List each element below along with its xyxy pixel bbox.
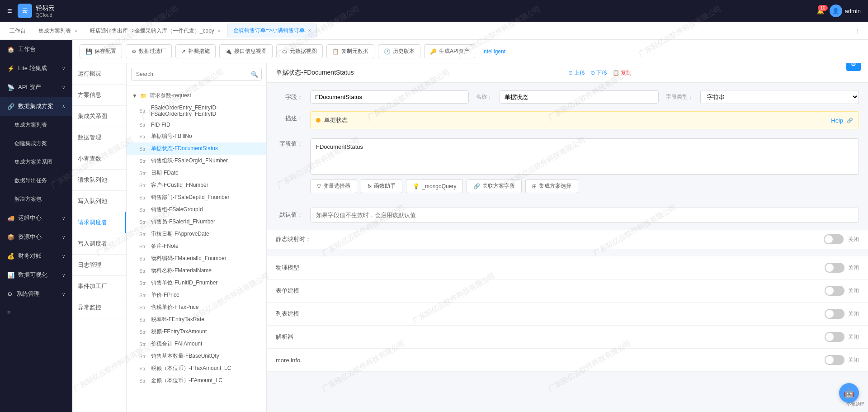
close-icon[interactable]: × [218, 28, 221, 33]
notification-button[interactable]: 🔔 10 [817, 8, 824, 14]
nav-query[interactable]: 小青查数 [72, 148, 126, 170]
func-button[interactable]: fx 函数助手 [361, 179, 402, 193]
more-info-section[interactable]: more info 关闭 [267, 349, 868, 372]
nav-data-manage[interactable]: 数据管理 [72, 127, 126, 148]
list-model-toggle[interactable] [825, 309, 844, 319]
more-info-toggle[interactable] [825, 355, 844, 365]
nav-request-queue[interactable]: 请求队列池 [72, 170, 126, 191]
patch-button[interactable]: ↗ 补漏措施 [175, 44, 216, 58]
copy-meta-button[interactable]: 📋 复制元数据 [326, 44, 374, 58]
sidebar-item-lite[interactable]: ⚡ Lite 轻集成 ∨ [0, 59, 72, 78]
edit-icon[interactable]: 🔗 [847, 118, 853, 123]
tree-item[interactable]: Str 客户-FCustId_FNumber [127, 179, 266, 191]
default-value-input[interactable] [310, 208, 859, 223]
tree-item[interactable]: Str 税额（本位币）-FTaxAmount_LC [127, 362, 266, 374]
close-icon[interactable]: × [308, 28, 311, 33]
list-model-section[interactable]: 列表建模 关闭 [267, 303, 868, 326]
nav-event-factory[interactable]: 事件加工厂 [72, 276, 126, 297]
tab-wangdian[interactable]: 旺店通销售出库-->金蝶采购入库（一件代发）_copy × [84, 24, 226, 38]
tree-item[interactable]: Str 销售单位-FUnitID_Fnumber [127, 277, 266, 289]
nav-write-queue[interactable]: 写入队列池 [72, 191, 126, 212]
tree-item[interactable]: Str 含税单价-FTaxPrice [127, 301, 266, 313]
tree-item[interactable]: Str 价税合计-FAllAmount [127, 338, 266, 350]
static-map-toggle[interactable] [824, 234, 844, 244]
nav-request-scheduler[interactable]: 请求调度者 [72, 212, 126, 233]
tree-item[interactable]: Str 单据编号-FBillNo [127, 130, 266, 142]
api-gen-button[interactable]: 🔑 生成API资产 [424, 44, 475, 58]
tree-item[interactable]: Str 单价-FPrice [127, 289, 266, 301]
sidebar-item-solution-list[interactable]: 集成方案列表 [0, 116, 72, 134]
field-input[interactable] [310, 90, 469, 104]
tab-workspace[interactable]: 工作台 [4, 24, 32, 38]
relate-button[interactable]: 🔗 关联方案字段 [467, 179, 522, 193]
tree-item[interactable]: Str 销售基本数量-FBaseUnitQty [127, 350, 266, 362]
chatbot-button[interactable]: 🤖 [839, 383, 859, 403]
sidebar-item-solution-pack[interactable]: 解决方案包 [0, 190, 72, 208]
sidebar-item-api[interactable]: 📡 API 资产 ∨ [0, 78, 72, 97]
tab-jinsale[interactable]: 金蝶销售订单=>小满销售订单 × [227, 24, 317, 38]
nav-integration-graph[interactable]: 集成关系图 [72, 106, 126, 127]
hamburger-icon[interactable]: ≡ [7, 6, 12, 16]
tree-item[interactable]: Str 税额-FEntryTaxAmount [127, 326, 266, 338]
form-model-section[interactable]: 表单建模 关闭 [267, 279, 868, 303]
nav-log-manage[interactable]: 日志管理 [72, 255, 126, 276]
search-input[interactable] [131, 68, 262, 81]
copy-field-button[interactable]: 📋 复制 [613, 69, 632, 77]
user-menu[interactable]: 👤 admin [830, 5, 861, 17]
name-input[interactable] [500, 90, 658, 104]
tree-item[interactable]: Str FID-FID [127, 119, 266, 130]
type-select[interactable]: 字符串 数字 布尔值 日期 [700, 90, 859, 104]
tree-item[interactable]: Str 金额（本位币）-FAmount_LC [127, 374, 266, 387]
nav-write-scheduler[interactable]: 写入调度者 [72, 233, 126, 255]
tree-item[interactable]: Str 物料编码-FMaterialId_Fnumber [127, 252, 266, 265]
tree-item[interactable]: Str 日期-FDate [127, 167, 266, 179]
collect-button[interactable]: ⊞ 集成方案选择 [525, 179, 578, 193]
sidebar-item-ops[interactable]: 🚚 运维中心 ∨ [0, 208, 72, 227]
tree-item[interactable]: Str 销售组-FSaleGroupId [127, 204, 266, 216]
interface-view-button[interactable]: 🔌 接口信息视图 [219, 44, 273, 58]
nav-error-monitor[interactable]: 异常监控 [72, 297, 126, 318]
physical-model-section[interactable]: 物理模型 关闭 [267, 256, 868, 279]
intelligent-button[interactable]: intelligent [482, 48, 505, 55]
tree-item[interactable]: Str 审核日期-FApproveDate [127, 228, 266, 240]
parser-toggle[interactable] [825, 332, 844, 342]
data-filter-button[interactable]: ⚙ 数据过滤厂 [126, 44, 172, 58]
save-config-button[interactable]: 💾 保存配置 [80, 44, 122, 58]
sidebar-item-finance[interactable]: 💰 财务对账 ∨ [0, 246, 72, 265]
nav-run-overview[interactable]: 运行概况 [72, 63, 126, 85]
tree-item[interactable]: Str 销售组织-FSaleOrgId_FNumber [127, 155, 266, 167]
mongo-button[interactable]: 💡 _mongoQuery [406, 179, 463, 193]
form-model-toggle[interactable] [825, 286, 844, 296]
sidebar-item-resource[interactable]: 📦 资源中心 ∨ [0, 227, 72, 246]
down-button[interactable]: ⊙ 下移 [590, 69, 607, 77]
parser-section[interactable]: 解析器 关闭 [267, 326, 868, 349]
settings-button[interactable]: ⚙ [846, 63, 861, 71]
nav-plan-info[interactable]: 方案信息 [72, 85, 126, 106]
sidebar-item-workspace[interactable]: 🏠 工作台 [0, 40, 72, 59]
sidebar-item-solution-relation[interactable]: 集成方案关系图 [0, 153, 72, 171]
close-icon[interactable]: × [75, 28, 77, 33]
tree-item[interactable]: Str 销售部门-FSaleDeptId_Fnumber [127, 191, 266, 204]
tree-item[interactable]: Str 物料名称-FMaterialName [127, 265, 266, 277]
sidebar-item-settings[interactable]: ⚙ 系统管理 ∨ [0, 284, 72, 303]
sidebar-item-integration[interactable]: 🔗 数据集成方案 ∧ [0, 97, 72, 116]
tree-item-selected[interactable]: Str 单据状态-FDocumentStatus [127, 142, 266, 155]
sidebar-item-create-solution[interactable]: 创建集成方案 [0, 134, 72, 153]
tree-group-header[interactable]: ▼ 📁 请求参数-request [127, 89, 266, 102]
tree-item[interactable]: Str 税率%-FEntryTaxRate [127, 313, 266, 326]
meta-view-button[interactable]: 🗂 元数据视图 [276, 44, 323, 58]
tab-solution-list[interactable]: 集成方案列表 × [33, 24, 83, 38]
var-selector-button[interactable]: ▽ 变量选择器 [310, 179, 357, 193]
tab-more-icon[interactable]: ⋮ [851, 27, 864, 34]
sidebar-collapse-icon[interactable]: ≡ [0, 303, 72, 321]
physical-model-toggle[interactable] [825, 263, 844, 273]
up-button[interactable]: ⊙ 上移 [568, 69, 585, 77]
tree-item[interactable]: Str 销售员-FSalerId_FNumber [127, 216, 266, 228]
sidebar-item-dataviz[interactable]: 📊 数据可视化 ∨ [0, 265, 72, 284]
help-link[interactable]: Help [831, 117, 843, 124]
tree-item[interactable]: Str FSaleOrderEntry_FEntryID-FSaleOrderE… [127, 102, 266, 119]
history-button[interactable]: 🕐 历史版本 [378, 44, 420, 58]
field-value-area[interactable]: FDocumentStatus [310, 138, 859, 175]
tree-item[interactable]: Str 备注-FNote [127, 240, 266, 252]
sidebar-item-export-task[interactable]: 数据导出任务 [0, 171, 72, 190]
